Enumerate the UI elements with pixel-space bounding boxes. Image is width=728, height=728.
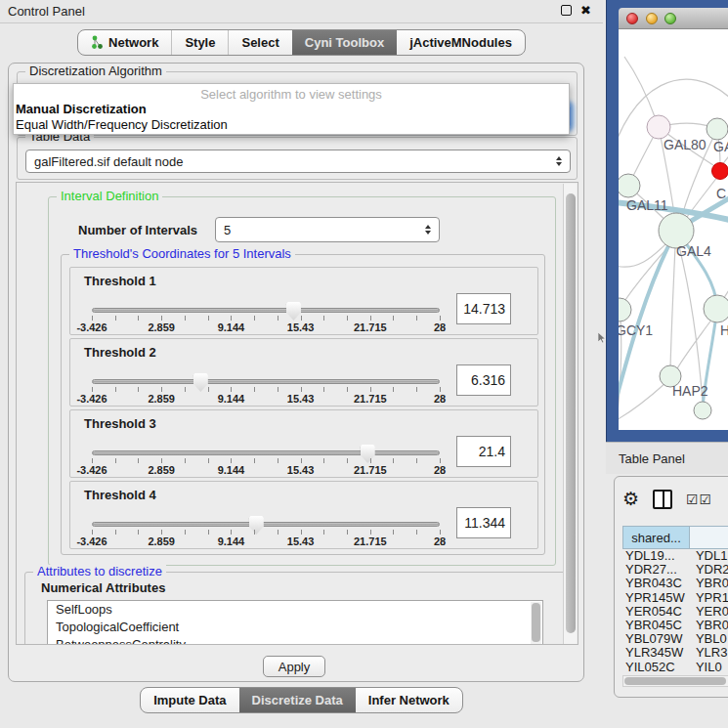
node-label: GAL11	[626, 197, 668, 213]
table-data-combobox[interactable]: galFiltered.sif default node	[25, 150, 571, 173]
column-header-name[interactable]: na	[690, 526, 728, 549]
algorithm-group-title: Discretization Algorithm	[25, 64, 166, 78]
threshold-2-slider[interactable]	[92, 379, 440, 384]
tick-label: 21.715	[354, 393, 387, 405]
tab-select[interactable]: Select	[228, 30, 291, 55]
select-columns-checkboxes-icon[interactable]: ☑☑	[686, 492, 712, 507]
node-gal11[interactable]	[619, 174, 640, 197]
node-gcy1[interactable]	[619, 298, 631, 321]
columns-icon[interactable]	[653, 490, 672, 509]
table-row[interactable]: YIL052CYIL0	[622, 661, 728, 671]
tick-label: 2.859	[148, 464, 175, 476]
tab-jactivemnodules[interactable]: jActiveMNodules	[397, 30, 525, 55]
tick-label: 21.715	[354, 535, 387, 547]
tab-style[interactable]: Style	[171, 30, 228, 55]
node-label: GCY1	[619, 322, 653, 338]
network-icon	[91, 35, 104, 50]
attributes-group-title: Attributes to discretize	[33, 565, 166, 578]
tick-label: 15.43	[287, 321, 315, 333]
table-row[interactable]: YBR045CYBR0	[622, 619, 728, 632]
tab-network[interactable]: Network	[78, 30, 171, 55]
bottom-tab-row: Impute Data Discretize Data Infer Networ…	[0, 687, 603, 713]
threshold-1-slider[interactable]	[92, 308, 440, 313]
tick-label: 21.715	[354, 464, 387, 476]
interval-definition-title: Interval Definition	[57, 190, 162, 203]
node-bottom[interactable]	[694, 402, 711, 419]
table-panel-title: Table Panel	[619, 451, 685, 466]
table-row[interactable]: YPR145WYPR1	[622, 591, 728, 605]
list-item[interactable]: TopologicalCoefficient	[48, 619, 542, 636]
node-gal80[interactable]	[647, 115, 670, 139]
threshold-4-value-field[interactable]: 11.344	[456, 507, 511, 538]
zoom-traffic-light-icon[interactable]	[664, 13, 676, 24]
tick-label: 9.144	[218, 321, 245, 333]
network-canvas[interactable]: GAL80 GA C GAL11 GAL4 GCY1 H HAP2	[619, 29, 728, 430]
list-item[interactable]: BetweennessCentrality	[48, 636, 542, 645]
close-icon[interactable]: ✖	[580, 5, 591, 16]
node-label: GAL4	[676, 243, 711, 259]
table-row[interactable]: YLR345WYLR3	[622, 646, 728, 660]
popup-option-equal-width[interactable]: Equal Width/Frequency Discretization	[14, 117, 569, 133]
threshold-1-value-field[interactable]: 14.713	[456, 293, 511, 324]
settings-scroll-area: Interval Definition Number of Intervals …	[16, 182, 578, 645]
tick-label: -3.426	[76, 393, 107, 405]
popup-option-manual[interactable]: Manual Discretization	[14, 102, 569, 117]
tick-label: -3.426	[76, 464, 107, 476]
column-header-shared[interactable]: shared...	[622, 526, 690, 549]
slider-tick-labels: -3.4262.8599.14415.4321.71528	[92, 321, 441, 333]
settings-scrollbar[interactable]	[563, 184, 577, 645]
panel-title: Control Panel	[8, 4, 85, 19]
interval-definition-group: Interval Definition Number of Intervals …	[48, 196, 556, 566]
node-label-clipped: GA	[713, 139, 728, 154]
tick-label: -3.426	[76, 535, 107, 547]
node-clipped-top-right[interactable]	[707, 118, 728, 140]
tab-discretize-data[interactable]: Discretize Data	[239, 688, 356, 712]
list-item[interactable]: SelfLoops	[48, 601, 542, 619]
num-intervals-combobox[interactable]: 5	[215, 217, 440, 242]
numerical-attributes-label: Numerical Attributes	[41, 580, 165, 595]
table-panel-header: Table Panel	[606, 442, 728, 474]
tick-label: 9.144	[218, 393, 245, 405]
tab-cyni-toolbox[interactable]: Cyni Toolbox	[292, 30, 397, 55]
tab-infer-network[interactable]: Infer Network	[356, 688, 462, 712]
list-scrollbar[interactable]	[531, 602, 541, 645]
combo-stepper-icon	[425, 225, 431, 235]
thresholds-group-title: Threshold's Coordinates for 5 Intervals	[69, 247, 295, 261]
close-traffic-light-icon[interactable]	[626, 13, 638, 24]
threshold-1-label: Threshold 1	[84, 274, 156, 288]
tick-label: 9.144	[218, 535, 245, 547]
gear-icon[interactable]: ⚙	[622, 490, 639, 509]
slider-tick-labels: -3.4262.8599.14415.4321.71528	[92, 535, 441, 547]
table-data-group: Table Data galFiltered.sif default node	[17, 137, 578, 180]
slider-ticks	[92, 316, 441, 321]
minimize-traffic-light-icon[interactable]	[646, 13, 658, 24]
table-row[interactable]: YBR043CYBR0	[622, 577, 728, 590]
attributes-group: Attributes to discretize Numerical Attri…	[24, 572, 576, 645]
algorithm-dropdown-popup: Select algorithm to view settings Manual…	[13, 83, 570, 135]
threshold-panel-4: Threshold 4 -3.4262.8599.14415.4321.7152…	[69, 481, 538, 549]
tick-label: 2.859	[148, 535, 175, 547]
threshold-4-label: Threshold 4	[84, 488, 156, 502]
float-window-icon[interactable]	[561, 5, 572, 16]
node-selected-red[interactable]	[712, 163, 728, 180]
threshold-2-value-field[interactable]: 6.316	[456, 364, 511, 396]
tick-label: 2.859	[148, 393, 175, 405]
threshold-3-value-field[interactable]: 21.4	[456, 436, 511, 467]
threshold-3-slider[interactable]	[92, 450, 440, 455]
apply-button[interactable]: Apply	[263, 656, 325, 677]
table-row[interactable]: YDL19...YDL1	[622, 549, 728, 563]
table-row[interactable]: YBL079WYBL0	[622, 632, 728, 646]
table-row[interactable]: YDR27...YDR2	[622, 563, 728, 577]
table-horizontal-scrollbar[interactable]	[622, 675, 728, 687]
tick-label: 15.43	[287, 393, 315, 405]
table-data-value: galFiltered.sif default node	[34, 154, 183, 169]
node-label-clipped: H	[720, 322, 728, 338]
threshold-4-slider[interactable]	[92, 522, 440, 527]
network-view-window: GAL80 GA C GAL11 GAL4 GCY1 H HAP2	[606, 0, 728, 442]
node-clipped-right[interactable]	[704, 295, 728, 322]
tab-impute-data[interactable]: Impute Data	[141, 688, 238, 712]
tick-label: 15.43	[287, 535, 315, 547]
slider-ticks	[92, 530, 441, 535]
node-label: HAP2	[672, 383, 708, 399]
table-row[interactable]: YER054CYER0	[622, 605, 728, 619]
